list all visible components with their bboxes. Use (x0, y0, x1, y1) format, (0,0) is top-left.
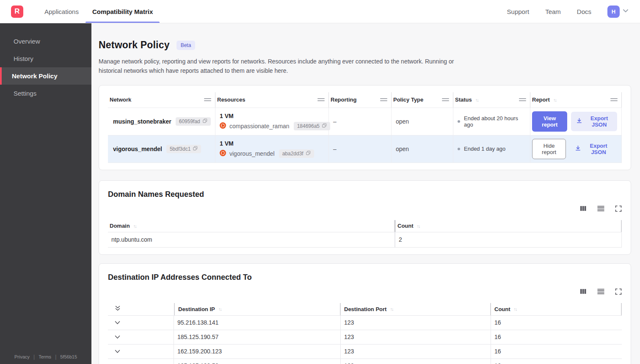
column-resize-handle[interactable] (442, 98, 449, 101)
chevron-down-icon[interactable] (115, 334, 120, 340)
domain-names-card: Domain Names Requested Domain ↑↓ C (99, 180, 631, 255)
reporting-cell: – (329, 108, 392, 135)
reporting-cell: – (329, 135, 392, 163)
copy-icon[interactable] (193, 146, 198, 152)
destination-card-toolbar (108, 287, 622, 296)
policy-type-cell: open (392, 135, 453, 163)
column-resize-handle[interactable] (317, 98, 325, 101)
destination-table-row: 185.125.190.58 123 16 (108, 358, 622, 364)
sort-icon[interactable]: ↑↓ (390, 306, 393, 312)
beta-badge: Beta (177, 41, 196, 50)
destination-port-cell: 123 (341, 345, 491, 358)
page-title: Network Policy (99, 39, 170, 51)
report-cell: Hide report Export JSON (530, 135, 622, 163)
network-table-header: Network Resources Reporting Policy Type (108, 92, 622, 108)
avatar[interactable]: H (607, 6, 620, 18)
export-json-button[interactable]: Export JSON (570, 139, 617, 159)
copy-icon[interactable] (203, 119, 207, 124)
chevron-down-icon[interactable] (115, 362, 120, 364)
app-logo-letter: R (14, 7, 19, 16)
network-policy-card: Network Resources Reporting Policy Type (99, 85, 631, 170)
destination-port-cell: 123 (341, 359, 491, 364)
column-header-count: Count ↑↓ (491, 303, 622, 315)
sidebar-item-network-policy[interactable]: Network Policy (0, 67, 91, 85)
export-json-button[interactable]: Export JSON (571, 112, 617, 131)
resource-name: compassionate_raman (229, 123, 290, 130)
rows-icon[interactable] (597, 288, 605, 295)
domain-card-toolbar (108, 204, 622, 213)
status-cell: Ended 1 day ago (453, 135, 530, 163)
destination-ip-cell: 162.159.200.123 (174, 345, 341, 358)
terms-link[interactable]: Terms (39, 354, 51, 359)
resource-name: vigorous_mendel (229, 150, 275, 157)
view-report-button[interactable]: View report (532, 111, 567, 132)
domain-card-title: Domain Names Requested (108, 190, 622, 199)
sort-icon[interactable]: ↑↓ (553, 97, 556, 102)
destination-table-row: 185.125.190.57 123 16 (108, 330, 622, 344)
sidebar: Overview History Network Policy Settings… (0, 23, 91, 364)
download-icon (576, 118, 582, 125)
sidebar-item-overview[interactable]: Overview (0, 33, 91, 50)
network-hash-badge[interactable]: 5bdf3dc1 (166, 145, 201, 153)
column-resize-handle[interactable] (380, 98, 387, 101)
nav-link-support[interactable]: Support (507, 8, 530, 15)
count-cell: 16 (491, 330, 622, 344)
column-header-reporting: Reporting (329, 92, 392, 108)
sort-icon[interactable]: ↑↓ (218, 306, 221, 312)
copy-icon[interactable] (322, 123, 327, 129)
column-header-report: Report ↑↓ (530, 92, 622, 108)
domain-table-row: ntp.ubuntu.com 2 (108, 232, 622, 248)
sort-icon[interactable]: ↑↓ (133, 223, 136, 229)
column-header-destination-ip: Destination IP ↑↓ (174, 303, 341, 315)
network-hash-badge[interactable]: 60959fad (176, 117, 211, 126)
double-chevron-down-icon[interactable] (115, 305, 121, 313)
network-table-row[interactable]: vigorous_mendel 5bdf3dc1 1 VM vig (108, 135, 622, 163)
column-resize-handle[interactable] (204, 98, 211, 101)
fullscreen-icon[interactable] (615, 288, 622, 295)
columns-icon[interactable] (579, 288, 587, 295)
user-menu[interactable]: H (607, 6, 629, 18)
fullscreen-icon[interactable] (615, 205, 622, 212)
column-header-status: Status ↑↓ (453, 92, 530, 108)
app-logo[interactable]: R (11, 6, 23, 18)
network-cell: vigorous_mendel 5bdf3dc1 (108, 135, 215, 163)
destination-ip-cell: 95.216.138.141 (174, 316, 341, 330)
count-cell: 16 (491, 316, 622, 330)
resource-hash-badge[interactable]: 184696a5 (294, 122, 330, 130)
sidebar-item-history[interactable]: History (0, 50, 91, 67)
privacy-link[interactable]: Privacy (14, 354, 30, 359)
row-expander[interactable] (108, 359, 174, 364)
row-expander[interactable] (108, 345, 174, 358)
ubuntu-icon (220, 150, 226, 157)
copy-icon[interactable] (306, 151, 311, 157)
download-icon (575, 145, 581, 153)
hide-report-button[interactable]: Hide report (532, 139, 566, 159)
columns-icon[interactable] (579, 205, 587, 212)
main-content: Network Policy Beta Manage network polic… (91, 23, 640, 364)
chevron-down-icon[interactable] (115, 348, 120, 355)
nav-link-team[interactable]: Team (545, 8, 561, 15)
nav-link-docs[interactable]: Docs (577, 8, 591, 15)
row-expander[interactable] (108, 330, 174, 344)
nav-tab-applications[interactable]: Applications (38, 0, 86, 23)
rows-icon[interactable] (597, 205, 605, 212)
network-table-row[interactable]: musing_stonebraker 60959fad 1 VM (108, 108, 622, 135)
ubuntu-icon (220, 122, 226, 130)
build-version: 5f56b15 (60, 354, 77, 359)
sort-icon[interactable]: ↑↓ (514, 306, 517, 312)
resource-hash-badge[interactable]: aba2dd3f (279, 149, 314, 158)
nav-tab-compatibility-matrix[interactable]: Compatibility Matrix (86, 0, 160, 23)
sort-icon[interactable]: ↑↓ (475, 97, 478, 102)
sort-icon[interactable]: ↑↓ (417, 223, 420, 229)
chevron-down-icon[interactable] (622, 7, 629, 16)
column-resize-handle[interactable] (519, 98, 526, 101)
destination-table-row: 95.216.138.141 123 16 (108, 315, 622, 330)
chevron-down-icon[interactable] (115, 319, 120, 326)
destination-card-title: Destination IP Addresses Connected To (108, 273, 622, 282)
sidebar-item-settings[interactable]: Settings (0, 85, 91, 102)
column-header-domain: Domain ↑↓ (108, 220, 395, 232)
column-header-count: Count ↑↓ (395, 220, 622, 232)
column-resize-handle[interactable] (610, 98, 618, 101)
row-expander[interactable] (108, 316, 174, 330)
status-dot-icon (458, 148, 460, 150)
